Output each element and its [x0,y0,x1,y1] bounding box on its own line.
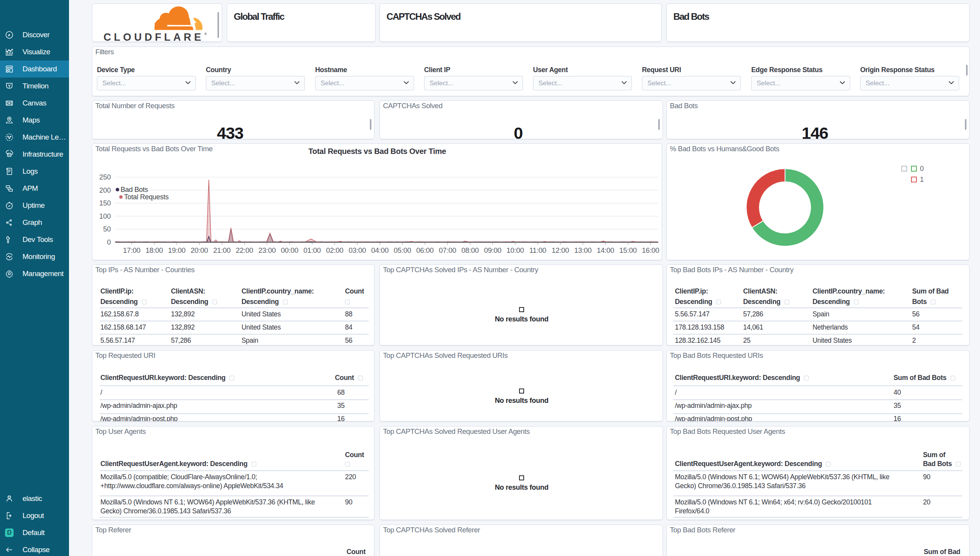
svg-text:200: 200 [99,186,111,194]
svg-text:Total Requests vs Bad Bots Ove: Total Requests vs Bad Bots Over Time [308,147,446,155]
svg-text:250: 250 [99,173,111,181]
svg-text:21:00: 21:00 [213,246,231,254]
svg-text:19:00: 19:00 [168,246,186,254]
svg-text:02:00: 02:00 [326,246,343,254]
svg-text:10:00: 10:00 [507,246,524,254]
svg-text:01:00: 01:00 [304,246,321,254]
svg-text:11:00: 11:00 [529,246,546,254]
svg-text:0: 0 [107,238,111,246]
svg-text:23:00: 23:00 [258,246,276,254]
svg-text:20:00: 20:00 [191,246,208,254]
svg-text:06:00: 06:00 [416,246,434,254]
svg-text:14:00: 14:00 [597,246,614,254]
svg-text:17:00: 17:00 [123,246,140,254]
svg-text:22:00: 22:00 [236,246,253,254]
svg-text:Bad Bots: Bad Bots [121,186,148,193]
svg-text:150: 150 [99,199,111,207]
svg-text:12:00: 12:00 [552,246,569,254]
svg-text:CLOUDFLARE: CLOUDFLARE [104,31,204,42]
svg-text:08:00: 08:00 [461,246,479,254]
svg-text:04:00: 04:00 [371,246,388,254]
svg-text:16:00: 16:00 [642,246,659,254]
svg-text:50: 50 [103,225,111,233]
svg-text:100: 100 [99,212,111,220]
svg-text:15:00: 15:00 [619,246,637,254]
svg-text:09:00: 09:00 [484,246,501,254]
svg-text:07:00: 07:00 [439,246,456,254]
svg-text:1: 1 [920,176,924,183]
svg-text:03:00: 03:00 [349,246,366,254]
svg-text:13:00: 13:00 [574,246,592,254]
svg-text:®: ® [204,32,207,36]
svg-text:0: 0 [920,165,924,173]
svg-text:00:00: 00:00 [281,246,298,254]
svg-text:Total Requests: Total Requests [124,193,169,201]
svg-text:05:00: 05:00 [394,246,411,254]
svg-text:18:00: 18:00 [145,246,163,254]
